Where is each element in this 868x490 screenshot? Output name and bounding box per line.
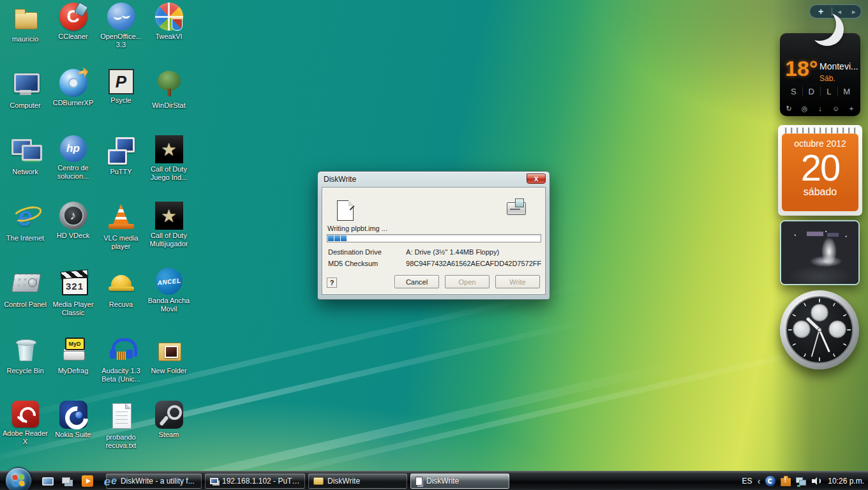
- people-icon[interactable]: ☺: [831, 105, 841, 113]
- moon-icon: [803, 8, 836, 41]
- network-icon: [10, 135, 41, 166]
- desktop-icon-cdburnerxp[interactable]: CDBurnerXP: [49, 69, 97, 135]
- desktop-icon-label: Steam: [159, 431, 179, 439]
- vdeck-icon: [59, 202, 87, 230]
- download-icon[interactable]: ↓: [815, 105, 825, 113]
- vlc-cone-icon: [106, 202, 137, 232]
- taskbar-task-browser[interactable]: e DiskWrite - a utility f...: [106, 473, 202, 489]
- taskbar-task-diskwrite-folder[interactable]: DiskWrite: [308, 473, 407, 489]
- task-label: DiskWrite: [327, 477, 360, 486]
- desktop-icon-vlc[interactable]: VLC media player: [97, 202, 145, 268]
- day-initial[interactable]: L: [820, 87, 838, 96]
- quick-launch-bar: e: [41, 471, 114, 490]
- clock-gadget[interactable]: [780, 290, 859, 369]
- task-label: 192.168.1.102 - PuTTY: [222, 477, 300, 486]
- desktop-icon-control-panel[interactable]: Control Panel: [1, 268, 49, 334]
- desktop-icon-the-internet[interactable]: The Internet: [1, 202, 49, 268]
- md5-checksum-label: MD5 Checksum: [328, 260, 404, 267]
- desktop-icon-label: Adobe Reader X: [2, 429, 49, 446]
- weather-temperature: 18°: [785, 56, 818, 81]
- taskbar-task-diskwrite-active[interactable]: DiskWrite: [410, 473, 509, 489]
- day-initial[interactable]: M: [837, 87, 855, 96]
- desktop-icon-computer[interactable]: Computer: [1, 69, 49, 135]
- desktop-icon-hd-vdeck[interactable]: HD VDeck: [49, 202, 97, 268]
- desktop-icon-adobe-reader[interactable]: Adobe Reader X: [1, 401, 49, 467]
- desktop-icon-label: Recuva: [109, 301, 133, 309]
- weather-gadget[interactable]: 18° Montevi... Sáb. S D L M ↻ ◎ ↓ ☺ +: [780, 33, 860, 116]
- taskbar: e e DiskWrite - a utility f... 192.168.1…: [0, 471, 868, 490]
- desktop-icon-new-folder[interactable]: New Folder: [145, 334, 193, 401]
- clock-face: [786, 296, 853, 364]
- windows-flag-icon: [12, 474, 24, 486]
- desktop-icon-steam[interactable]: Steam: [145, 401, 193, 467]
- folder-icon: [313, 477, 324, 485]
- desktop-icon-audacity[interactable]: Audacity 1.3 Beta (Unic...: [97, 334, 145, 401]
- desktop-icon-label: New Folder: [151, 367, 186, 375]
- media-player-button[interactable]: [80, 474, 94, 488]
- next-gadget-button[interactable]: ▸: [847, 8, 862, 16]
- write-button[interactable]: Write: [495, 275, 540, 288]
- desktop-icon-ccleaner[interactable]: CCleaner: [49, 3, 97, 69]
- desktop-icon-psycle[interactable]: Psycle: [97, 69, 145, 135]
- prev-gadget-button[interactable]: ◂: [832, 8, 847, 16]
- network-tray-icon[interactable]: [796, 476, 806, 486]
- control-panel-icon: [10, 268, 41, 299]
- day-initial[interactable]: S: [785, 87, 802, 96]
- volume-icon[interactable]: [811, 476, 821, 486]
- openoffice-icon: [107, 3, 135, 31]
- nokia-tray-icon[interactable]: [765, 476, 775, 486]
- desktop-icon-label: CDBurnerXP: [53, 99, 94, 107]
- weather-location: Montevi...: [819, 61, 858, 71]
- security-alert-icon[interactable]: [781, 476, 791, 486]
- weather-toolbar: ↻ ◎ ↓ ☺ +: [784, 105, 857, 113]
- refresh-icon[interactable]: ↻: [784, 105, 794, 113]
- desktop-icon-nokia-suite[interactable]: Nokia Suite: [49, 401, 97, 467]
- calendar-gadget[interactable]: octubre 2012 20 sábado: [778, 125, 862, 216]
- dialog-title: DiskWrite: [324, 175, 356, 184]
- desktop-icon-banda-ancha[interactable]: Banda Ancha Movil: [145, 268, 193, 334]
- desktop-icon-openoffice[interactable]: OpenOffice... 3.3: [97, 3, 145, 69]
- desktop-icon-mauricio[interactable]: mauricio: [1, 3, 49, 69]
- desktop-icon-centro-de-soluciones[interactable]: Centro de solucion...: [49, 135, 97, 202]
- language-indicator[interactable]: ES: [742, 477, 752, 486]
- show-desktop-button[interactable]: [41, 474, 55, 488]
- tweakvi-icon: [155, 3, 183, 31]
- add-icon[interactable]: +: [846, 105, 857, 113]
- clock-time[interactable]: 10:26 p.m.: [828, 477, 864, 486]
- close-button[interactable]: x: [527, 174, 546, 184]
- dialog-titlebar[interactable]: DiskWrite x: [318, 172, 550, 187]
- desktop-icon-network[interactable]: Network: [1, 135, 49, 202]
- open-button[interactable]: Open: [445, 275, 490, 288]
- progress-block: [328, 235, 334, 241]
- desktop-icon-recycle-bin[interactable]: Recycle Bin: [1, 334, 49, 401]
- desktop-icon-label: PuTTY: [110, 168, 131, 176]
- tray-expand-chevron[interactable]: ‹: [758, 476, 761, 486]
- day-initial[interactable]: D: [802, 87, 820, 96]
- desktop-icon-label: Recycle Bin: [6, 367, 43, 375]
- desktop-icon-cod-multijugador[interactable]: Call of Duty Multijugador: [145, 202, 193, 268]
- desktop-icon-label: Network: [12, 168, 38, 176]
- desktop-icon-cod-juego[interactable]: Call of Duty Juego Ind...: [145, 135, 193, 202]
- desktop-icon-windirstat[interactable]: WinDirStat: [145, 69, 193, 135]
- switch-windows-button[interactable]: [61, 474, 75, 488]
- desktop-icon-mpc[interactable]: Media Player Classic: [49, 268, 97, 334]
- cancel-button[interactable]: Cancel: [394, 275, 439, 288]
- new-folder-icon: [154, 334, 184, 365]
- start-button[interactable]: [5, 467, 32, 490]
- ancel-icon: [154, 267, 183, 296]
- desktop-icon-putty[interactable]: PuTTY: [97, 135, 145, 202]
- desktop-icon-probando-recuva[interactable]: probando recuva.txt: [97, 401, 145, 467]
- desktop-icon-label: probando recuva.txt: [98, 433, 145, 450]
- globe-icon[interactable]: ◎: [800, 105, 810, 113]
- desktop-icon-tweakvi[interactable]: TweakVI: [145, 3, 193, 69]
- help-button[interactable]: ?: [327, 278, 337, 288]
- desktop-icon-label: Audacity 1.3 Beta (Unic...: [98, 367, 145, 383]
- progress-bar: [327, 234, 541, 242]
- desktop-icon-mydefrag[interactable]: MyDefrag: [49, 334, 97, 401]
- putty-icon: [210, 478, 218, 484]
- photo-slideshow-gadget[interactable]: [780, 220, 860, 285]
- desktop-icon-recuva[interactable]: Recuva: [97, 268, 145, 334]
- desktop-icon-label: Psycle: [110, 96, 131, 105]
- clock-subdial: [811, 304, 828, 322]
- taskbar-task-putty[interactable]: 192.168.1.102 - PuTTY: [205, 473, 305, 489]
